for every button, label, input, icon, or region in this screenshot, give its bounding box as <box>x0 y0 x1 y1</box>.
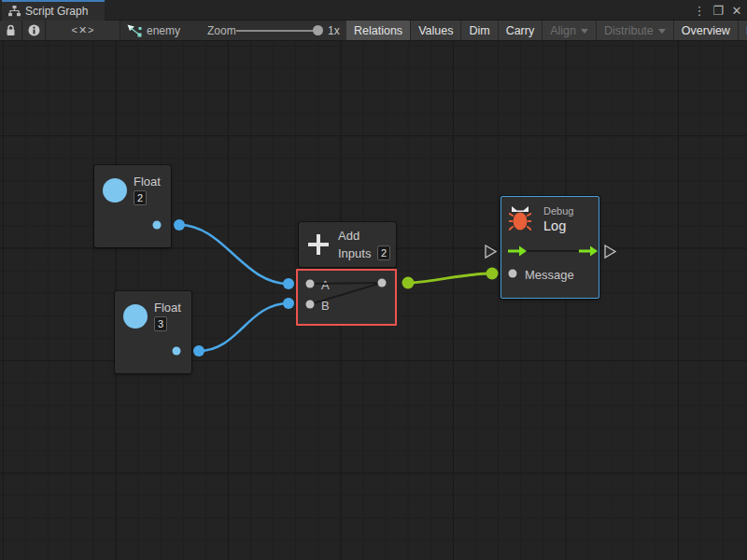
window-menu-icon[interactable]: ⋮ <box>693 4 706 18</box>
add-input-b-port[interactable] <box>306 301 315 309</box>
values-toggle[interactable]: Values <box>411 21 461 40</box>
float-type-icon <box>123 304 148 329</box>
float-type-icon <box>103 178 127 203</box>
wire-endpoint-dot[interactable] <box>283 298 294 309</box>
wire-endpoint-dot[interactable] <box>402 277 415 289</box>
node-category: Debug <box>543 205 573 217</box>
dropdown-caret-icon <box>581 29 588 34</box>
wire-endpoint-dot[interactable] <box>486 268 499 280</box>
node-title: Add <box>338 229 359 243</box>
zoom-value: 1x <box>328 24 340 37</box>
close-icon[interactable]: ✕ <box>730 4 743 18</box>
dropdown-caret-icon <box>658 29 666 34</box>
inspect-button[interactable] <box>23 21 46 40</box>
graph-icon <box>8 6 21 17</box>
node-float-3[interactable]: Float 3 <box>115 291 191 373</box>
script-graph-window: Script Graph ⋮ ❐ ✕ <✕> <box>0 0 747 560</box>
code-view-button[interactable]: <✕> <box>47 21 120 40</box>
float-value-input[interactable]: 3 <box>154 316 167 331</box>
carry-toggle[interactable]: Carry <box>499 21 543 40</box>
dim-toggle[interactable]: Dim <box>461 21 498 40</box>
float-output-port[interactable] <box>173 347 181 356</box>
distribute-dropdown[interactable]: Distribute <box>597 21 674 40</box>
code-view-icon: <✕> <box>71 24 94 36</box>
float-output-port[interactable] <box>153 221 162 230</box>
inputs-count-input[interactable]: 2 <box>377 245 390 260</box>
log-message-port[interactable] <box>509 270 517 278</box>
overview-button[interactable]: Overview <box>674 21 739 40</box>
bug-icon <box>509 206 531 231</box>
zoom-slider-handle[interactable] <box>313 25 323 35</box>
zoom-label: Zoom <box>207 24 236 37</box>
float-value-input[interactable]: 2 <box>134 190 147 205</box>
tab-title: Script Graph <box>25 5 88 18</box>
node-title: Float <box>154 301 181 315</box>
script-graph-asset-icon <box>127 24 142 37</box>
graph-breadcrumb[interactable]: enemy <box>127 21 180 40</box>
node-add-header[interactable]: Add Inputs 2 <box>299 222 396 267</box>
port-b-label: B <box>321 299 330 313</box>
add-icon <box>307 233 330 256</box>
fullscreen-button[interactable]: Full Screen <box>739 21 747 40</box>
wire-endpoint-dot[interactable] <box>193 345 204 357</box>
message-port-label: Message <box>525 268 574 282</box>
graph-name-label: enemy <box>147 24 180 37</box>
zoom-slider-track[interactable] <box>236 30 318 32</box>
lock-button[interactable] <box>0 21 22 40</box>
inputs-label: Inputs <box>338 246 371 260</box>
port-a-label: A <box>321 278 330 292</box>
tab-script-graph[interactable]: Script Graph <box>2 0 105 21</box>
maximize-icon[interactable]: ❐ <box>712 4 725 18</box>
node-add-ports[interactable]: A B <box>296 269 397 326</box>
node-float-2[interactable]: Float 2 <box>94 165 171 247</box>
node-debug-log[interactable]: Debug Log Message <box>500 196 599 299</box>
toolbar-toggle-group: Relations Values Dim Carry Align Distrib… <box>346 21 747 40</box>
node-title: Log <box>543 218 566 233</box>
relations-toggle[interactable]: Relations <box>346 21 411 40</box>
graph-toolbar: <✕> enemy Zoom 1x Relations Values Dim C… <box>0 21 747 41</box>
tab-bar: Script Graph ⋮ ❐ ✕ <box>0 0 747 21</box>
wire-endpoint-dot[interactable] <box>174 219 185 231</box>
add-output-port[interactable] <box>378 279 387 287</box>
wire-endpoint-dot[interactable] <box>283 278 294 289</box>
add-input-a-port[interactable] <box>306 280 315 288</box>
lock-icon <box>6 24 16 36</box>
node-title: Float <box>134 175 161 189</box>
align-dropdown[interactable]: Align <box>543 21 597 40</box>
info-icon <box>28 24 40 36</box>
